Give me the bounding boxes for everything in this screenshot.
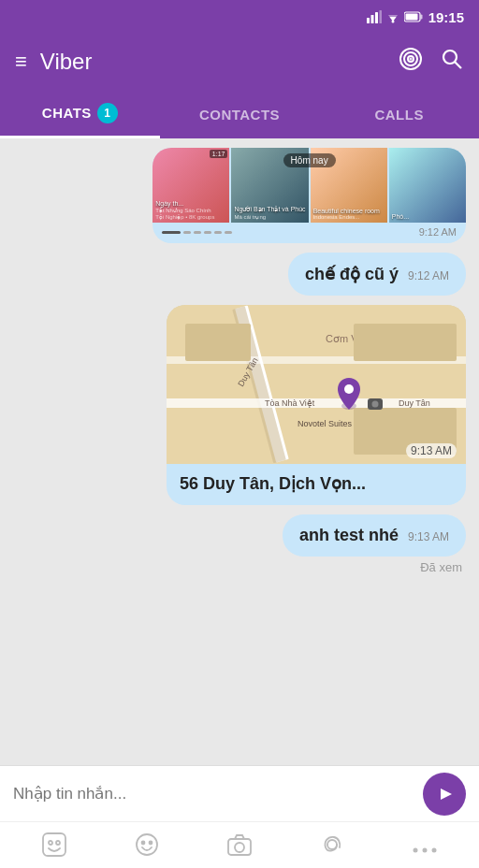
video-item-1: Ngày th... Tặt Nhưng Sáo Chính Tội Nghiệ… [152,148,229,223]
svg-point-46 [432,847,437,852]
mention-svg [318,831,346,859]
svg-rect-0 [367,18,370,23]
top-nav-left: ≡ Viber [15,49,92,75]
chat-area: Ngày th... Tặt Nhưng Sáo Chính Tội Nghiệ… [0,138,479,765]
map-image: Cơm Vòng Duy Tân Tòa Nhà Việt Duy Tân No… [167,305,466,464]
mention-icon[interactable] [318,831,346,865]
svg-point-45 [423,847,428,852]
emoji-svg [133,831,161,859]
map-svg: Cơm Vòng Duy Tân Tòa Nhà Việt Duy Tân No… [167,305,466,464]
sticker-svg [40,831,68,859]
svg-rect-3 [379,10,382,23]
svg-point-42 [235,843,244,852]
tab-contacts-label: CONTACTS [199,107,280,123]
emoji-icon[interactable] [133,831,161,865]
svg-point-40 [149,842,152,845]
svg-point-14 [443,51,457,64]
send-button[interactable] [423,773,466,816]
tab-calls[interactable]: CALLS [319,90,479,138]
text-time-2: 9:13 AM [408,530,449,543]
text-time-1: 9:12 AM [408,269,449,282]
video-item-4: Phó... [389,148,466,223]
text-message-1[interactable]: chế độ cũ ý 9:12 AM [288,253,466,296]
svg-text:Duy Tân: Duy Tân [399,398,430,408]
top-nav: ≡ Viber [0,34,479,90]
text-message-2[interactable]: anh test nhé 9:13 AM [283,514,466,557]
svg-point-32 [372,401,379,408]
more-icon[interactable] [411,833,439,863]
search-icon[interactable] [440,47,464,77]
svg-rect-1 [370,15,373,23]
camera-circle-icon [399,47,423,71]
search-svg [440,47,464,71]
map-message[interactable]: Cơm Vòng Duy Tân Tòa Nhà Việt Duy Tân No… [167,305,466,505]
sticker-icon[interactable] [40,831,68,865]
send-icon [434,784,455,804]
text-content-2: anh test nhé [299,526,399,545]
svg-point-39 [141,842,144,845]
camera-svg [225,831,254,859]
tab-chats[interactable]: CHATS 1 [0,90,160,138]
status-time: 19:15 [428,9,464,25]
bottom-toolbar [0,821,479,868]
menu-icon[interactable]: ≡ [15,50,27,74]
status-icons [367,10,423,23]
svg-point-30 [344,384,354,394]
svg-rect-35 [43,833,65,856]
message-input[interactable] [13,785,423,803]
read-receipt: Đã xem [420,560,462,574]
tab-chats-label: CHATS [42,105,92,121]
svg-rect-27 [354,324,457,361]
map-time: 9:13 AM [406,443,457,458]
today-label: Hôm nay [283,153,336,167]
tab-calls-label: CALLS [374,107,424,123]
svg-point-13 [411,59,412,60]
camera-icon[interactable] [225,831,254,865]
stories-icon[interactable] [399,47,423,77]
tab-chats-badge: 1 [97,103,118,123]
app-title: Viber [40,49,93,75]
svg-point-6 [391,21,394,23]
map-address: 56 Duy Tân, Dịch Vọn... [167,464,466,505]
svg-point-36 [49,841,52,845]
svg-rect-9 [405,14,417,21]
svg-rect-8 [420,15,422,20]
svg-rect-2 [375,12,378,23]
wifi-icon [385,10,400,23]
tab-contacts[interactable]: CONTACTS [160,90,320,138]
svg-rect-26 [185,324,251,361]
video-thumbnail-message[interactable]: Ngày th... Tặt Nhưng Sáo Chính Tội Nghiệ… [152,148,466,243]
tab-bar: CHATS 1 CONTACTS CALLS [0,90,479,138]
text-content-1: chế độ cũ ý [305,264,399,284]
input-area [0,765,479,821]
more-svg [411,844,439,857]
status-bar: 19:15 [0,0,479,34]
svg-line-15 [455,62,461,68]
svg-point-44 [414,847,418,852]
video-thumb-time: 9:12 AM [419,226,457,238]
signal-icon [367,10,382,23]
video-progress-dots [162,231,232,234]
svg-point-38 [137,834,157,855]
svg-point-37 [56,841,60,845]
top-nav-right [399,47,464,77]
svg-text:Tòa Nhà Việt: Tòa Nhà Việt [265,398,315,408]
battery-icon [404,11,423,22]
